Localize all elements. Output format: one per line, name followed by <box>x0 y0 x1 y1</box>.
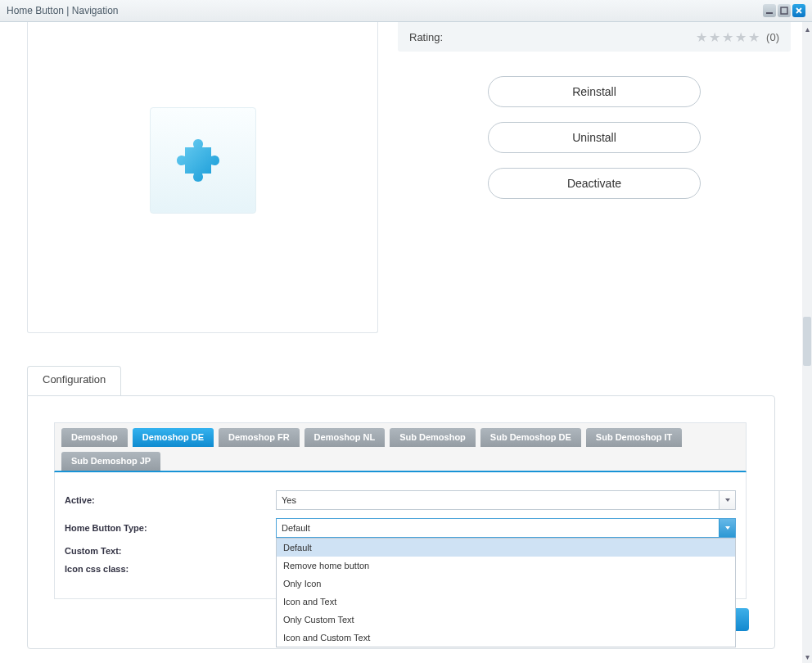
shop-tab-demoshop-de[interactable]: Demoshop DE <box>133 428 214 447</box>
plugin-icon-box <box>150 107 256 214</box>
shop-tabs-bar: DemoshopDemoshop DEDemoshop FRDemoshop N… <box>54 422 747 472</box>
svg-rect-0 <box>766 12 773 14</box>
star-icon: ★ <box>722 29 733 45</box>
field-home-button-type: Home Button Type: Default DefaultRemove … <box>65 518 736 538</box>
dropdown-option[interactable]: Remove home button <box>277 557 735 575</box>
chevron-down-icon <box>719 519 735 537</box>
window-content: Rating: ★ ★ ★ ★ ★ (0) Reinstall Uninstal… <box>0 22 802 663</box>
plugin-side-panel: Rating: ★ ★ ★ ★ ★ (0) Reinstall Uninstal… <box>398 22 802 333</box>
scroll-up-icon[interactable]: ▴ <box>802 22 812 35</box>
shop-tab-demoshop-fr[interactable]: Demoshop FR <box>219 428 300 447</box>
dropdown-option[interactable]: Icon and Text <box>277 593 735 611</box>
rating-row: Rating: ★ ★ ★ ★ ★ (0) <box>398 22 791 52</box>
dropdown-option[interactable]: Only Icon <box>277 575 735 593</box>
dropdown-option[interactable]: Default <box>277 539 735 557</box>
rating-count: (0) <box>766 31 779 43</box>
label-home-button-type: Home Button Type: <box>65 523 276 533</box>
shop-tab-sub-demoshop[interactable]: Sub Demoshop <box>390 428 476 447</box>
active-select[interactable]: Yes <box>276 490 736 510</box>
window-minimize-button[interactable] <box>763 4 776 17</box>
rating-stars: ★ ★ ★ ★ ★ <box>696 29 760 45</box>
home-button-type-select[interactable]: Default <box>276 518 736 538</box>
uninstall-button[interactable]: Uninstall <box>488 122 701 153</box>
shop-tab-sub-demoshop-it[interactable]: Sub Demoshop IT <box>586 428 683 447</box>
dropdown-option[interactable]: Icon and Custom Text <box>277 629 735 647</box>
rating-label: Rating: <box>409 31 443 43</box>
plugin-detail-upper: Rating: ★ ★ ★ ★ ★ (0) Reinstall Uninstal… <box>0 22 802 333</box>
scrollbar-handle[interactable] <box>803 317 811 366</box>
plugin-manager-window: Home Button | Navigation Rating: <box>0 0 812 663</box>
shop-tab-sub-demoshop-de[interactable]: Sub Demoshop DE <box>480 428 581 447</box>
svg-rect-1 <box>781 7 787 14</box>
plugin-icon-panel <box>27 22 378 333</box>
home-button-type-value: Default <box>282 523 310 533</box>
chevron-down-icon <box>719 491 735 509</box>
window-title: Home Button | Navigation <box>7 5 119 16</box>
config-tab-header: Configuration <box>27 366 775 395</box>
window-maximize-button[interactable] <box>778 4 791 17</box>
star-icon: ★ <box>748 29 760 45</box>
shop-tab-demoshop[interactable]: Demoshop <box>61 428 128 447</box>
config-body: DemoshopDemoshop DEDemoshop FRDemoshop N… <box>27 395 775 649</box>
configuration-section: Configuration DemoshopDemoshop DEDemosho… <box>27 366 775 649</box>
field-active: Active: Yes <box>65 490 736 510</box>
tab-configuration[interactable]: Configuration <box>27 366 121 395</box>
home-button-type-dropdown: DefaultRemove home buttonOnly IconIcon a… <box>276 538 736 647</box>
star-icon: ★ <box>735 29 747 45</box>
label-custom-text: Custom Text: <box>65 546 276 556</box>
shop-tab-sub-demoshop-jp[interactable]: Sub Demoshop JP <box>61 452 160 471</box>
label-icon-css-class: Icon css class: <box>65 564 276 574</box>
dropdown-option[interactable]: Only Custom Text <box>277 611 735 629</box>
puzzle-piece-icon <box>177 134 229 187</box>
window-close-button[interactable] <box>792 4 805 17</box>
active-select-value: Yes <box>282 495 296 505</box>
reinstall-button[interactable]: Reinstall <box>488 76 701 107</box>
scroll-down-icon[interactable]: ▾ <box>802 650 812 663</box>
window-controls <box>763 4 805 17</box>
star-icon: ★ <box>709 29 720 45</box>
star-icon: ★ <box>696 29 707 45</box>
window-titlebar: Home Button | Navigation <box>0 0 812 22</box>
label-active: Active: <box>65 495 276 505</box>
vertical-scrollbar[interactable]: ▴ ▾ <box>802 22 812 663</box>
config-form: Active: Yes Home Button Type: De <box>54 472 747 599</box>
deactivate-button[interactable]: Deactivate <box>488 168 701 199</box>
shop-tab-demoshop-nl[interactable]: Demoshop NL <box>304 428 386 447</box>
